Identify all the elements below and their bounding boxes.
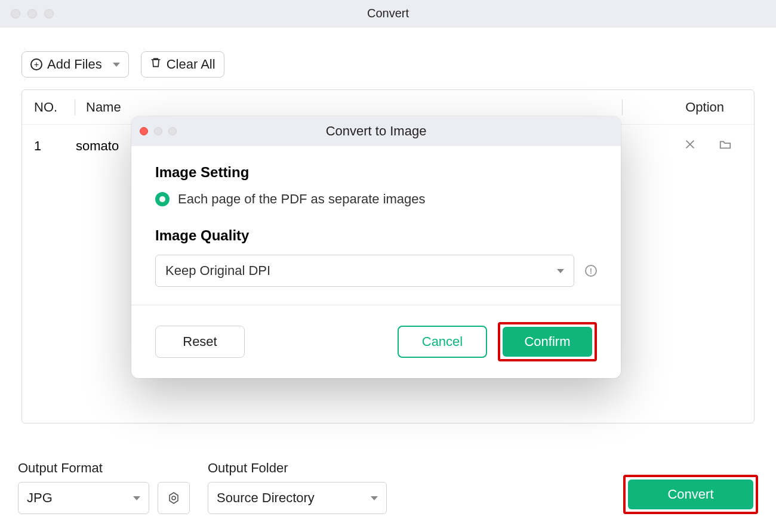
th-name: Name (80, 100, 617, 115)
output-folder-value: Source Directory (217, 490, 315, 506)
output-folder-select[interactable]: Source Directory (208, 482, 387, 514)
column-divider (622, 100, 623, 115)
plus-circle-icon: + (30, 58, 42, 70)
bottom-controls: Output Format JPG Output Folder Source D… (18, 460, 758, 514)
cancel-button[interactable]: Cancel (398, 326, 487, 358)
image-quality-select[interactable]: Keep Original DPI (155, 255, 574, 287)
radio-selected-icon (155, 192, 170, 206)
confirm-highlight: Confirm (498, 322, 597, 361)
output-folder-group: Output Folder Source Directory (208, 460, 387, 514)
td-name: somato (70, 138, 119, 154)
toolbar: + Add Files Clear All (0, 27, 776, 89)
output-format-value: JPG (27, 490, 53, 506)
clear-all-button[interactable]: Clear All (141, 51, 224, 78)
modal-title: Convert to Image (131, 123, 621, 139)
chevron-down-icon (133, 496, 140, 500)
svg-marker-0 (170, 493, 178, 503)
convert-button[interactable]: Convert (628, 480, 753, 509)
output-format-label: Output Format (18, 460, 190, 476)
image-quality-value: Keep Original DPI (165, 263, 270, 279)
image-quality-row: Keep Original DPI ! (155, 255, 597, 287)
add-files-button[interactable]: + Add Files (21, 51, 129, 78)
add-files-label: Add Files (47, 57, 102, 72)
output-folder-label: Output Folder (208, 460, 387, 476)
remove-row-icon[interactable] (683, 138, 697, 154)
output-format-select[interactable]: JPG (18, 482, 149, 514)
gear-icon (167, 491, 181, 505)
column-divider (75, 100, 75, 115)
image-setting-heading: Image Setting (155, 164, 597, 181)
format-settings-button[interactable] (158, 482, 190, 514)
window-title: Convert (0, 7, 776, 20)
modal-footer: Reset Cancel Confirm (131, 305, 621, 378)
open-folder-icon[interactable] (718, 138, 732, 154)
footer-right: Cancel Confirm (398, 322, 597, 361)
image-quality-heading: Image Quality (155, 227, 597, 244)
th-option: Option (685, 100, 742, 115)
chevron-down-icon (557, 269, 564, 273)
modal-body: Image Setting Each page of the PDF as se… (131, 146, 621, 305)
confirm-button[interactable]: Confirm (503, 327, 592, 357)
trash-icon (150, 57, 162, 72)
svg-point-1 (172, 496, 175, 500)
radio-label: Each page of the PDF as separate images (178, 191, 426, 207)
chevron-down-icon (371, 496, 378, 500)
th-no: NO. (34, 100, 70, 115)
clear-all-label: Clear All (167, 57, 215, 72)
convert-highlight: Convert (623, 475, 758, 514)
info-icon[interactable]: ! (585, 265, 597, 277)
chevron-down-icon (113, 63, 120, 67)
row-actions (683, 138, 742, 154)
output-format-group: Output Format JPG (18, 460, 190, 514)
reset-button[interactable]: Reset (155, 326, 245, 358)
convert-to-image-dialog: Convert to Image Image Setting Each page… (131, 116, 621, 378)
modal-titlebar: Convert to Image (131, 116, 621, 146)
radio-each-page-separate[interactable]: Each page of the PDF as separate images (155, 191, 597, 207)
main-titlebar: Convert (0, 0, 776, 27)
td-no: 1 (34, 138, 70, 154)
